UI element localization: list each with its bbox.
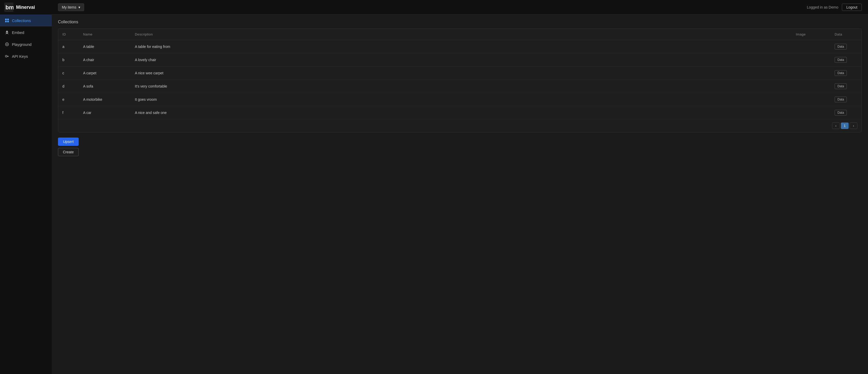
table-header-row: ID Name Description Image Data [58,29,862,40]
pagination: ‹ 1 › [58,119,862,132]
col-header-description: Description [131,29,792,40]
cell-image [792,40,831,53]
logged-in-text: Logged in as Demo [807,5,838,9]
page-title: Collections [58,20,862,24]
cell-data[interactable]: Data [831,40,862,53]
sidebar-item-embed-label: Embed [12,30,24,35]
create-button[interactable]: Create [58,148,79,156]
table-row: dA sofaIt's very comfortableData [58,80,862,93]
rocket-icon [5,30,9,35]
logo-area: bm Minervai [0,0,52,15]
cell-description: A lovely chair [131,53,792,66]
cell-name: A carpet [79,66,131,80]
data-badge[interactable]: Data [835,110,847,116]
sidebar-item-collections-label: Collections [12,19,31,23]
svg-point-6 [6,32,7,33]
cell-description: A nice wee carpet [131,66,792,80]
col-header-id: ID [58,29,79,40]
my-items-label: My items [62,5,76,9]
pagination-page-1-button[interactable]: 1 [841,122,848,129]
cell-id: f [58,106,79,119]
col-header-image: Image [792,29,831,40]
cell-name: A car [79,106,131,119]
col-header-name: Name [79,29,131,40]
cell-image [792,53,831,66]
sidebar-item-embed[interactable]: Embed [0,26,52,38]
cell-data[interactable]: Data [831,106,862,119]
circle-icon [5,42,9,47]
cell-data[interactable]: Data [831,66,862,80]
my-items-dropdown[interactable]: My items ▾ [58,3,84,11]
collections-table-container: ID Name Description Image Data aA tableA… [58,28,862,132]
main-area: My items ▾ Logged in as Demo Logout Coll… [52,0,868,374]
sidebar-item-playground-label: Playground [12,42,32,47]
logo-text: Minervai [16,5,35,10]
sidebar-item-api-keys-label: API Keys [12,54,28,59]
sidebar-item-playground[interactable]: Playground [0,38,52,50]
cell-data[interactable]: Data [831,53,862,66]
svg-text:bm: bm [5,4,13,10]
data-badge[interactable]: Data [835,70,847,76]
table-row: cA carpetA nice wee carpetData [58,66,862,80]
pagination-next-button[interactable]: › [849,122,858,129]
cell-name: A table [79,40,131,53]
data-badge[interactable]: Data [835,57,847,63]
col-header-data: Data [831,29,862,40]
data-badge[interactable]: Data [835,96,847,102]
table-row: eA motorbikeIt goes vroomData [58,93,862,106]
grid-icon [5,18,9,23]
header: My items ▾ Logged in as Demo Logout [52,0,868,15]
cell-id: a [58,40,79,53]
chevron-down-icon: ▾ [79,5,80,9]
data-badge[interactable]: Data [835,44,847,50]
upsert-button[interactable]: Upsert [58,138,79,146]
header-right: Logged in as Demo Logout [807,4,862,11]
cell-id: b [58,53,79,66]
table-body: aA tableA table for eating fromDatabA ch… [58,40,862,119]
data-badge[interactable]: Data [835,83,847,89]
cell-id: e [58,93,79,106]
svg-rect-4 [5,21,7,22]
cell-description: It's very comfortable [131,80,792,93]
logout-button[interactable]: Logout [842,4,862,11]
svg-rect-2 [5,19,7,20]
cell-description: A nice and safe one [131,106,792,119]
cell-description: It goes vroom [131,93,792,106]
cell-data[interactable]: Data [831,93,862,106]
sidebar-item-api-keys[interactable]: API Keys [0,50,52,62]
table-row: fA carA nice and safe oneData [58,106,862,119]
sidebar-item-collections[interactable]: Collections [0,15,52,26]
cell-description: A table for eating from [131,40,792,53]
cell-data[interactable]: Data [831,80,862,93]
cell-image [792,106,831,119]
table-row: aA tableA table for eating fromData [58,40,862,53]
cell-name: A motorbike [79,93,131,106]
content-area: Collections ID Name Description Image Da… [52,15,868,374]
cell-image [792,80,831,93]
cell-name: A chair [79,53,131,66]
cell-image [792,93,831,106]
collections-table: ID Name Description Image Data aA tableA… [58,29,862,119]
svg-rect-5 [7,21,9,22]
bottom-buttons: Upsert Create [58,137,862,156]
cell-image [792,66,831,80]
key-icon [5,54,9,59]
cell-id: d [58,80,79,93]
table-row: bA chairA lovely chairData [58,53,862,66]
svg-rect-3 [7,19,9,20]
svg-point-8 [6,44,7,45]
cell-name: A sofa [79,80,131,93]
sidebar: bm Minervai Collections Embed [0,0,52,374]
logo-icon: bm [4,3,13,12]
cell-id: c [58,66,79,80]
pagination-prev-button[interactable]: ‹ [832,122,840,129]
